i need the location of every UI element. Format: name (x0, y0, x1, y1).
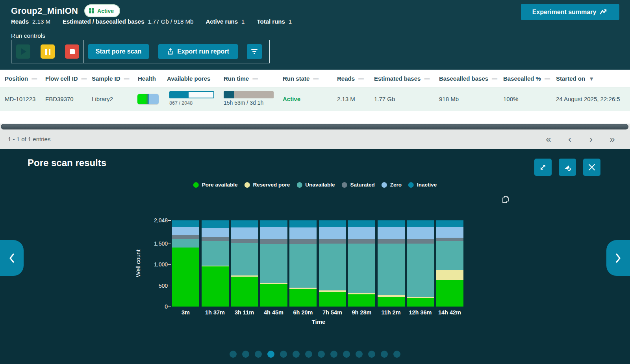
filter-button[interactable] (247, 44, 262, 59)
carousel-dot-3[interactable] (255, 351, 262, 358)
carousel-dot-5[interactable] (280, 351, 287, 358)
bar-segment (348, 227, 375, 239)
x-tick-label: 3m (172, 309, 199, 316)
legend-item[interactable]: Inactive (408, 182, 437, 188)
bar-segment (436, 227, 463, 238)
line-chart-icon (600, 9, 608, 15)
y-axis-line (171, 220, 171, 307)
bar-segment (260, 239, 287, 244)
bar-segment (436, 238, 463, 242)
expand-icon (539, 163, 547, 171)
carousel-dot-14[interactable] (393, 351, 400, 358)
prev-page-button[interactable]: ‹ (564, 133, 576, 145)
carousel-next-button[interactable] (606, 240, 630, 276)
carousel-dot-10[interactable] (343, 351, 350, 358)
cell-available-pores: 867 / 2048 (169, 91, 214, 106)
y-tick (168, 307, 171, 307)
column-header-sample_id[interactable]: Sample ID— (92, 70, 130, 87)
column-header-basecalled_pct[interactable]: Basecalled %— (503, 70, 550, 87)
start-pore-scan-button[interactable]: Start pore scan (88, 44, 149, 59)
bar-segment (289, 220, 317, 227)
bar-segment (348, 294, 375, 307)
legend-label: Unavailable (305, 182, 335, 188)
cell-started_on: 24 August 2025, 22:26:5 (556, 87, 620, 111)
x-tick-label: 12h 36m (407, 309, 434, 316)
column-header-position[interactable]: Position— (5, 70, 37, 87)
bar-segment (378, 220, 405, 227)
sort-indicator: — (252, 76, 258, 82)
bar-segment (231, 220, 258, 227)
table-empty-space (0, 111, 630, 124)
carousel-dot-12[interactable] (368, 351, 375, 358)
pause-icon (45, 49, 47, 55)
run-controls-toolbar: Start pore scan Export run report (11, 40, 270, 63)
export-run-report-button[interactable]: Export run report (158, 44, 238, 59)
legend-label: Pore available (202, 182, 238, 188)
legend-item[interactable]: Zero (382, 182, 402, 188)
legend-swatch (408, 182, 414, 188)
column-header-flow_cell_id[interactable]: Flow cell ID— (45, 70, 87, 87)
x-tick-label: 7h 54m (319, 309, 346, 316)
chart-options-icon (563, 163, 572, 171)
column-header-available_pores: Available pores (167, 70, 210, 87)
carousel-dots (230, 351, 400, 358)
expand-panel-button[interactable] (534, 159, 552, 176)
carousel-dot-7[interactable] (305, 351, 312, 358)
table-row[interactable]: MD-101223FBD39370Library22.13 M1.77 Gb91… (0, 87, 630, 111)
sort-indicator: — (358, 76, 364, 82)
copy-chart-button[interactable] (502, 195, 510, 205)
stacked-bar (348, 220, 375, 307)
legend-label: Reserved pore (253, 182, 290, 188)
carousel-dot-6[interactable] (293, 351, 300, 358)
bar-segment (436, 220, 463, 227)
last-page-button[interactable]: » (606, 133, 618, 145)
carousel-dot-9[interactable] (330, 351, 337, 358)
next-page-button[interactable]: › (585, 133, 597, 145)
carousel-dot-1[interactable] (230, 351, 237, 358)
chevron-right-icon (615, 253, 621, 263)
carousel-dot-11[interactable] (356, 351, 363, 358)
legend-item[interactable]: Reserved pore (245, 182, 290, 188)
stop-button[interactable] (65, 44, 79, 59)
run-time-bar (224, 91, 274, 98)
carousel-dot-13[interactable] (381, 351, 388, 358)
carousel-dot-8[interactable] (318, 351, 325, 358)
available-pores-bar (169, 91, 214, 98)
legend-item[interactable]: Pore available (193, 182, 238, 188)
bar-segment (319, 292, 346, 307)
carousel-dot-4[interactable] (267, 351, 274, 358)
column-header-basecalled_bases[interactable]: Basecalled bases— (439, 70, 497, 87)
close-panel-button[interactable] (583, 159, 600, 176)
experiment-summary-button[interactable]: Experiment summary (521, 4, 619, 20)
legend-item[interactable]: Saturated (341, 182, 374, 188)
stacked-bar (231, 220, 258, 307)
first-page-button[interactable]: « (543, 133, 554, 145)
column-header-estimated_bases[interactable]: Estimated bases— (374, 70, 430, 87)
chart-options-button[interactable] (559, 159, 576, 176)
horizontal-scrollbar[interactable] (1, 124, 628, 129)
carousel-dot-2[interactable] (242, 351, 249, 358)
column-header-run_time[interactable]: Run time— (224, 70, 258, 87)
column-header-run_state[interactable]: Run state— (283, 70, 319, 87)
bar-segment (231, 227, 258, 239)
x-tick-label: 14h 42m (436, 309, 463, 316)
panel-actions (534, 159, 600, 176)
x-tick-label: 6h 20m (289, 309, 317, 316)
carousel-prev-button[interactable] (0, 240, 24, 276)
column-header-reads[interactable]: Reads— (337, 70, 364, 87)
column-header-started_on[interactable]: Started on▼ (556, 70, 594, 87)
bar-segment (289, 239, 317, 244)
bar-segment (260, 227, 287, 239)
cell-estimated_bases: 1.77 Gb (374, 87, 395, 111)
bar-segment (172, 227, 199, 235)
header-stat: Active runs 1 (206, 18, 245, 25)
bar-segment (436, 270, 463, 280)
bar-segment (378, 297, 405, 307)
y-tick (168, 286, 171, 286)
export-icon (167, 48, 174, 55)
bar-segment (407, 227, 434, 239)
pause-button[interactable] (41, 44, 55, 59)
health-indicator (137, 94, 159, 105)
play-button[interactable] (16, 44, 30, 59)
legend-item[interactable]: Unavailable (296, 182, 335, 188)
